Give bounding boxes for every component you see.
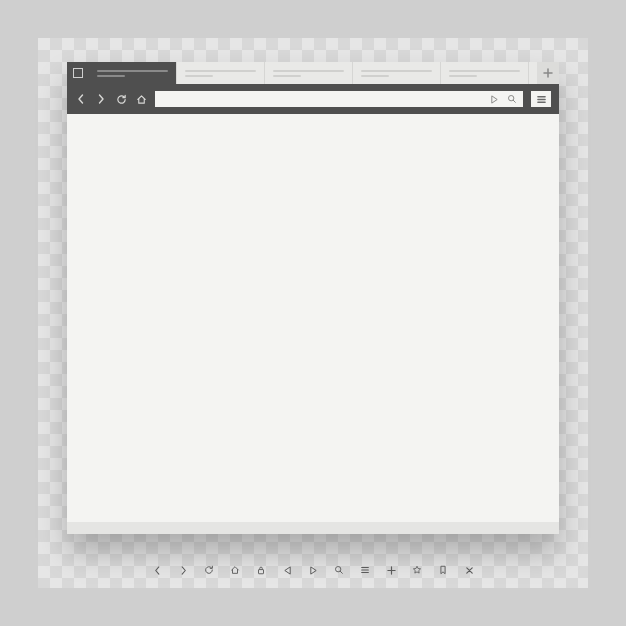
tab-2[interactable]: [177, 62, 265, 84]
browser-window: [67, 62, 559, 534]
hamburger-icon: [359, 564, 371, 576]
tab-3[interactable]: [265, 62, 353, 84]
plus-icon: [543, 68, 553, 78]
back-button[interactable]: [75, 93, 87, 105]
search-button[interactable]: [507, 94, 517, 104]
go-button[interactable]: [489, 94, 499, 104]
window-control[interactable]: [67, 62, 89, 84]
lock-icon: [255, 564, 267, 576]
search-icon: [507, 94, 517, 104]
icon-palette: [0, 564, 626, 576]
chevron-left-icon: [76, 94, 86, 104]
page-viewport: [67, 114, 559, 522]
chevron-right-icon: [96, 94, 106, 104]
home-button[interactable]: [135, 93, 147, 105]
tab-5[interactable]: [441, 62, 529, 84]
refresh-icon: [116, 94, 127, 105]
refresh-button[interactable]: [115, 93, 127, 105]
hamburger-icon: [536, 94, 547, 105]
play-icon: [490, 95, 499, 104]
window-control-icon: [73, 68, 83, 78]
chevron-left-icon: [151, 564, 163, 576]
tab-4[interactable]: [353, 62, 441, 84]
play-right-icon: [307, 564, 319, 576]
chevron-right-icon: [177, 564, 189, 576]
menu-button[interactable]: [531, 91, 551, 107]
nav-icons: [75, 93, 147, 105]
forward-button[interactable]: [95, 93, 107, 105]
close-icon: [463, 564, 475, 576]
play-left-icon: [281, 564, 293, 576]
star-icon: [411, 564, 423, 576]
tab-strip: [67, 62, 559, 84]
refresh-icon: [203, 564, 215, 576]
search-icon: [333, 564, 345, 576]
svg-rect-1: [259, 570, 264, 574]
home-icon: [229, 564, 241, 576]
status-bar: [67, 522, 559, 534]
plus-icon: [385, 564, 397, 576]
tab-strip-filler: [529, 62, 537, 84]
address-bar[interactable]: [155, 91, 523, 107]
toolbar: [67, 84, 559, 114]
new-tab-button[interactable]: [537, 62, 559, 84]
bookmark-icon: [437, 564, 449, 576]
home-icon: [136, 94, 147, 105]
tab-1[interactable]: [89, 62, 177, 84]
